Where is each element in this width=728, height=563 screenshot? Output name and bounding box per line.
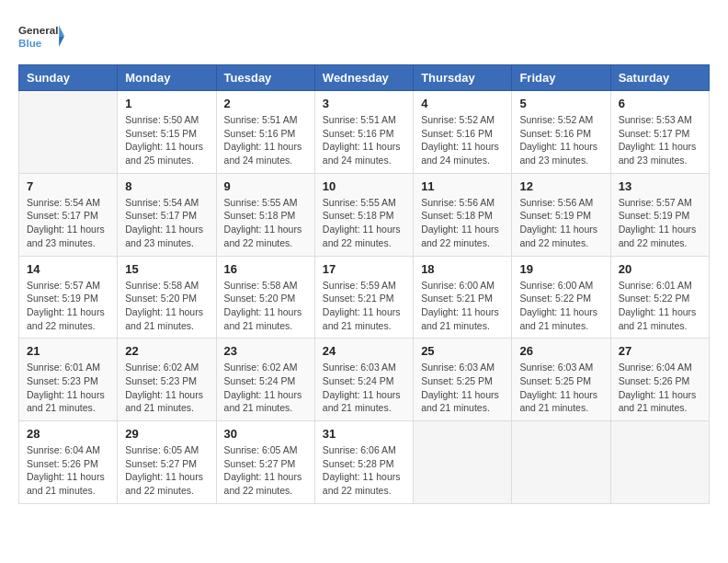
calendar-day-header: Sunday xyxy=(19,65,118,91)
svg-marker-3 xyxy=(59,36,64,47)
day-info: Sunrise: 5:54 AM Sunset: 5:17 PM Dayligh… xyxy=(27,196,109,250)
day-number: 15 xyxy=(125,262,208,276)
calendar-cell: 27Sunrise: 6:04 AM Sunset: 5:26 PM Dayli… xyxy=(610,339,709,421)
day-number: 13 xyxy=(619,179,701,193)
calendar-day-header: Saturday xyxy=(610,65,709,91)
calendar-cell: 12Sunrise: 5:56 AM Sunset: 5:19 PM Dayli… xyxy=(512,173,610,256)
day-info: Sunrise: 6:01 AM Sunset: 5:23 PM Dayligh… xyxy=(27,361,109,415)
day-info: Sunrise: 5:51 AM Sunset: 5:16 PM Dayligh… xyxy=(323,113,405,167)
calendar-cell: 8Sunrise: 5:54 AM Sunset: 5:17 PM Daylig… xyxy=(118,173,216,256)
day-info: Sunrise: 5:58 AM Sunset: 5:20 PM Dayligh… xyxy=(125,279,208,333)
day-number: 31 xyxy=(323,427,405,441)
calendar-cell: 26Sunrise: 6:03 AM Sunset: 5:25 PM Dayli… xyxy=(512,339,610,421)
calendar-cell: 5Sunrise: 5:52 AM Sunset: 5:16 PM Daylig… xyxy=(512,91,610,174)
day-number: 9 xyxy=(224,179,307,193)
calendar-cell: 4Sunrise: 5:52 AM Sunset: 5:16 PM Daylig… xyxy=(414,91,512,174)
calendar-cell: 7Sunrise: 5:54 AM Sunset: 5:17 PM Daylig… xyxy=(19,173,118,256)
calendar-table: SundayMondayTuesdayWednesdayThursdayFrid… xyxy=(18,64,710,504)
day-info: Sunrise: 6:01 AM Sunset: 5:22 PM Dayligh… xyxy=(619,279,701,333)
day-number: 11 xyxy=(421,179,504,193)
day-info: Sunrise: 5:51 AM Sunset: 5:16 PM Dayligh… xyxy=(224,113,307,167)
day-info: Sunrise: 6:02 AM Sunset: 5:23 PM Dayligh… xyxy=(125,361,208,415)
day-number: 19 xyxy=(519,262,602,276)
day-number: 17 xyxy=(323,262,405,276)
day-info: Sunrise: 6:05 AM Sunset: 5:27 PM Dayligh… xyxy=(224,443,307,498)
calendar-day-header: Wednesday xyxy=(314,65,413,91)
day-info: Sunrise: 5:52 AM Sunset: 5:16 PM Dayligh… xyxy=(421,113,504,167)
calendar-cell: 23Sunrise: 6:02 AM Sunset: 5:24 PM Dayli… xyxy=(216,339,314,421)
day-info: Sunrise: 5:52 AM Sunset: 5:16 PM Dayligh… xyxy=(519,113,602,167)
day-info: Sunrise: 5:57 AM Sunset: 5:19 PM Dayligh… xyxy=(619,196,701,250)
day-number: 6 xyxy=(619,97,701,110)
calendar-day-header: Monday xyxy=(118,65,216,91)
calendar-cell: 19Sunrise: 6:00 AM Sunset: 5:22 PM Dayli… xyxy=(512,256,610,339)
day-info: Sunrise: 6:00 AM Sunset: 5:22 PM Dayligh… xyxy=(519,279,602,333)
calendar-cell: 11Sunrise: 5:56 AM Sunset: 5:18 PM Dayli… xyxy=(414,173,512,256)
svg-text:Blue: Blue xyxy=(18,37,42,49)
calendar-cell: 31Sunrise: 6:06 AM Sunset: 5:28 PM Dayli… xyxy=(314,421,413,504)
day-info: Sunrise: 5:56 AM Sunset: 5:19 PM Dayligh… xyxy=(519,196,602,250)
day-number: 16 xyxy=(224,262,307,276)
calendar-cell: 15Sunrise: 5:58 AM Sunset: 5:20 PM Dayli… xyxy=(118,256,216,339)
day-number: 30 xyxy=(224,427,307,441)
calendar-cell xyxy=(19,91,118,174)
day-info: Sunrise: 6:03 AM Sunset: 5:25 PM Dayligh… xyxy=(519,361,602,415)
calendar-cell: 30Sunrise: 6:05 AM Sunset: 5:27 PM Dayli… xyxy=(216,421,314,504)
day-number: 29 xyxy=(125,427,208,441)
calendar-cell: 3Sunrise: 5:51 AM Sunset: 5:16 PM Daylig… xyxy=(314,91,413,174)
svg-marker-2 xyxy=(59,26,64,37)
day-number: 8 xyxy=(125,179,208,193)
calendar-cell: 10Sunrise: 5:55 AM Sunset: 5:18 PM Dayli… xyxy=(314,173,413,256)
calendar-cell: 21Sunrise: 6:01 AM Sunset: 5:23 PM Dayli… xyxy=(19,339,118,421)
day-number: 2 xyxy=(224,97,307,110)
day-info: Sunrise: 5:55 AM Sunset: 5:18 PM Dayligh… xyxy=(224,196,307,250)
day-info: Sunrise: 5:53 AM Sunset: 5:17 PM Dayligh… xyxy=(619,113,701,167)
day-number: 20 xyxy=(619,262,701,276)
day-number: 12 xyxy=(519,179,602,193)
day-info: Sunrise: 5:50 AM Sunset: 5:15 PM Dayligh… xyxy=(125,113,208,167)
day-info: Sunrise: 6:04 AM Sunset: 5:26 PM Dayligh… xyxy=(27,443,109,498)
calendar-week-row: 14Sunrise: 5:57 AM Sunset: 5:19 PM Dayli… xyxy=(19,256,710,339)
day-info: Sunrise: 5:59 AM Sunset: 5:21 PM Dayligh… xyxy=(323,279,405,333)
day-number: 14 xyxy=(27,262,109,276)
day-number: 23 xyxy=(224,344,307,358)
day-number: 28 xyxy=(27,427,109,441)
day-info: Sunrise: 5:58 AM Sunset: 5:20 PM Dayligh… xyxy=(224,279,307,333)
day-info: Sunrise: 6:06 AM Sunset: 5:28 PM Dayligh… xyxy=(323,443,405,498)
calendar-cell: 20Sunrise: 6:01 AM Sunset: 5:22 PM Dayli… xyxy=(610,256,709,339)
calendar-week-row: 28Sunrise: 6:04 AM Sunset: 5:26 PM Dayli… xyxy=(19,421,710,504)
day-info: Sunrise: 6:00 AM Sunset: 5:21 PM Dayligh… xyxy=(421,279,504,333)
logo: General Blue xyxy=(18,18,64,55)
day-info: Sunrise: 5:57 AM Sunset: 5:19 PM Dayligh… xyxy=(27,279,109,333)
page-header: General Blue xyxy=(18,18,710,55)
calendar-day-header: Tuesday xyxy=(216,65,314,91)
calendar-cell xyxy=(414,421,512,504)
day-number: 26 xyxy=(519,344,602,358)
calendar-cell: 1Sunrise: 5:50 AM Sunset: 5:15 PM Daylig… xyxy=(118,91,216,174)
day-info: Sunrise: 6:03 AM Sunset: 5:24 PM Dayligh… xyxy=(323,361,405,415)
calendar-header-row: SundayMondayTuesdayWednesdayThursdayFrid… xyxy=(19,65,710,91)
day-number: 25 xyxy=(421,344,504,358)
calendar-cell: 13Sunrise: 5:57 AM Sunset: 5:19 PM Dayli… xyxy=(610,173,709,256)
day-info: Sunrise: 6:05 AM Sunset: 5:27 PM Dayligh… xyxy=(125,443,208,498)
day-info: Sunrise: 6:04 AM Sunset: 5:26 PM Dayligh… xyxy=(619,361,701,415)
calendar-day-header: Thursday xyxy=(414,65,512,91)
calendar-cell: 22Sunrise: 6:02 AM Sunset: 5:23 PM Dayli… xyxy=(118,339,216,421)
day-number: 27 xyxy=(619,344,701,358)
calendar-cell: 16Sunrise: 5:58 AM Sunset: 5:20 PM Dayli… xyxy=(216,256,314,339)
day-number: 10 xyxy=(323,179,405,193)
day-number: 1 xyxy=(125,97,208,110)
day-info: Sunrise: 6:02 AM Sunset: 5:24 PM Dayligh… xyxy=(224,361,307,415)
day-info: Sunrise: 5:55 AM Sunset: 5:18 PM Dayligh… xyxy=(323,196,405,250)
day-info: Sunrise: 6:03 AM Sunset: 5:25 PM Dayligh… xyxy=(421,361,504,415)
calendar-week-row: 7Sunrise: 5:54 AM Sunset: 5:17 PM Daylig… xyxy=(19,173,710,256)
day-number: 22 xyxy=(125,344,208,358)
day-info: Sunrise: 5:54 AM Sunset: 5:17 PM Dayligh… xyxy=(125,196,208,250)
svg-text:General: General xyxy=(18,25,58,37)
calendar-cell xyxy=(610,421,709,504)
calendar-week-row: 21Sunrise: 6:01 AM Sunset: 5:23 PM Dayli… xyxy=(19,339,710,421)
calendar-cell: 18Sunrise: 6:00 AM Sunset: 5:21 PM Dayli… xyxy=(414,256,512,339)
day-number: 18 xyxy=(421,262,504,276)
calendar-cell: 28Sunrise: 6:04 AM Sunset: 5:26 PM Dayli… xyxy=(19,421,118,504)
calendar-week-row: 1Sunrise: 5:50 AM Sunset: 5:15 PM Daylig… xyxy=(19,91,710,174)
